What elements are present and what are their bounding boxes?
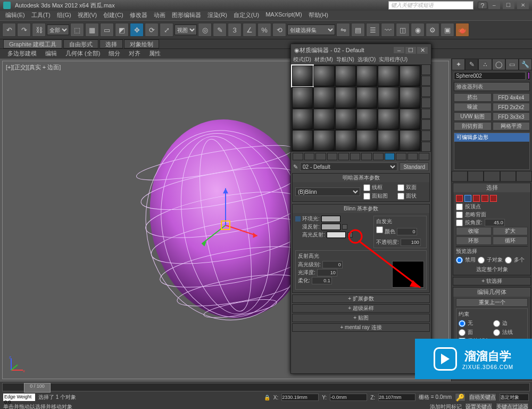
sample-slot[interactable] [356, 130, 377, 151]
sample-slot[interactable] [378, 130, 398, 151]
maximize-button[interactable]: ☐ [503, 2, 514, 9]
menu-maxscript[interactable]: MAXScript(M) [262, 11, 305, 20]
subtab-geo[interactable]: 几何体 (全部) [61, 49, 104, 59]
so-poly[interactable] [481, 195, 488, 202]
spec-level-spinner[interactable] [322, 261, 343, 268]
menu-group[interactable]: 组(G) [54, 11, 74, 20]
so-element[interactable] [490, 195, 497, 202]
add-time-tag[interactable]: 添加时间标记 [430, 403, 462, 409]
rect-select-button[interactable]: ▭ [100, 23, 114, 37]
undo-button[interactable]: ↶ [2, 23, 16, 37]
autokey-button[interactable]: 自动关键点 [469, 393, 496, 402]
loop-button[interactable]: 循环 [493, 236, 528, 245]
key-icon[interactable]: 🔑 [455, 393, 466, 402]
preview-icon[interactable] [421, 119, 431, 130]
so-border[interactable] [473, 195, 480, 202]
put-to-lib-icon[interactable] [361, 153, 372, 160]
coord-z[interactable] [378, 394, 415, 401]
schematic-button[interactable]: ◫ [396, 23, 410, 37]
move-button[interactable]: ✥ [130, 23, 144, 37]
sample-slot[interactable] [400, 87, 420, 108]
btn-mesh[interactable]: 网格平滑 [493, 122, 530, 130]
sample-slot[interactable] [292, 109, 313, 129]
sample-slot[interactable] [335, 130, 356, 151]
sample-slot[interactable] [335, 109, 356, 129]
sample-slot[interactable] [313, 109, 334, 129]
btn-uvw[interactable]: UVW 贴图 [454, 112, 492, 121]
render-button[interactable]: 🫖 [455, 23, 469, 37]
angle-snap-button[interactable]: ∠ [243, 23, 256, 37]
go-parent-icon[interactable] [408, 153, 418, 160]
time-slider[interactable]: 0 / 100 [2, 383, 530, 391]
sample-slot[interactable] [356, 66, 377, 86]
sample-slot[interactable] [356, 109, 377, 129]
redo-button[interactable]: ↷ [17, 23, 31, 37]
get-material-icon[interactable] [293, 153, 303, 160]
go-sibling-icon[interactable] [419, 153, 429, 160]
render-frame-button[interactable]: ▣ [440, 23, 454, 37]
snap-button[interactable]: 3 [228, 23, 242, 37]
sample-slot[interactable] [378, 109, 398, 129]
rollout-maps[interactable]: 贴图 [292, 314, 430, 322]
link-button[interactable]: ⛓ [32, 23, 46, 37]
constr-edge[interactable]: 边 [493, 320, 526, 327]
me-menu-mode[interactable]: 模式(D) [293, 56, 311, 64]
select-name-button[interactable]: ▦ [85, 23, 99, 37]
motion-tab[interactable]: ◯ [492, 59, 505, 70]
gloss-spinner[interactable] [317, 269, 337, 276]
selfillum-color-check[interactable]: 颜色 [376, 228, 417, 234]
sel-set-field[interactable] [500, 394, 529, 401]
render-setup-button[interactable]: ⚙ [426, 23, 439, 37]
make-unique-icon[interactable] [350, 153, 361, 160]
layers-button[interactable]: ☰ [366, 23, 380, 37]
time-cursor[interactable]: 0 / 100 [24, 383, 51, 392]
menu-edit[interactable]: 编辑(E) [2, 11, 28, 20]
preview-off[interactable]: 禁用 [456, 256, 476, 264]
btn-slice[interactable]: 剖切剪面 [454, 122, 492, 130]
angle-spinner[interactable] [485, 219, 505, 226]
ignore-backface-check[interactable]: 忽略背面 [456, 211, 528, 218]
btn-ffd2[interactable]: FFD 2x2x2 [493, 103, 530, 111]
make-copy-icon[interactable] [338, 153, 349, 160]
select-button[interactable]: ⬚ [70, 23, 84, 37]
repeat-last-button[interactable]: 重复上一个 [456, 298, 528, 307]
subtab-edit[interactable]: 编辑 [41, 49, 61, 59]
sample-slot[interactable] [313, 130, 334, 151]
spinner-snap-button[interactable]: ⟲ [272, 23, 286, 37]
me-menu-util[interactable]: 实用程序(U) [379, 56, 408, 64]
specular-map-button[interactable] [347, 232, 353, 238]
named-sel-set[interactable]: 创建选择集 [287, 24, 335, 35]
btn-extrude[interactable]: 挤出 [454, 93, 492, 102]
close-button[interactable]: ✕ [517, 2, 529, 9]
rollout-extended[interactable]: 扩展参数 [292, 295, 430, 303]
shader-dropdown[interactable]: (B)Blinn [295, 187, 360, 196]
object-color-swatch[interactable] [528, 72, 530, 79]
put-material-icon[interactable] [304, 153, 315, 160]
graphite-tab-main[interactable]: Graphite 建模工具 [3, 39, 62, 48]
meditor-min[interactable]: – [394, 47, 404, 53]
graphite-tab-paint[interactable]: 对象绘制 [124, 39, 159, 48]
graphite-tab-select[interactable]: 选择 [99, 39, 123, 48]
twosided-check[interactable]: 双面 [397, 184, 427, 191]
coord-y[interactable] [330, 394, 367, 401]
sample-slot[interactable] [400, 66, 420, 86]
select-by-mat-icon[interactable] [421, 142, 431, 152]
modifier-stack[interactable]: 可编辑多边形 [454, 133, 530, 170]
material-name-dropdown[interactable]: 02 - Default [300, 162, 397, 171]
me-menu-opt[interactable]: 选项(O) [358, 56, 376, 64]
percent-snap-button[interactable]: % [257, 23, 271, 37]
ring-button[interactable]: 环形 [456, 236, 492, 245]
facemap-check[interactable]: 面贴图 [363, 192, 393, 200]
window-cross-button[interactable]: ◩ [115, 23, 129, 37]
specular-swatch[interactable] [327, 232, 346, 238]
show-end-icon[interactable] [468, 171, 484, 182]
sample-slot[interactable] [292, 87, 313, 108]
keyfilter-button[interactable]: 关键点过滤器 [496, 403, 529, 409]
sample-slot[interactable] [313, 87, 334, 108]
wire-check[interactable]: 线框 [363, 184, 393, 191]
background-icon[interactable] [421, 86, 431, 97]
sample-slot[interactable] [400, 109, 420, 129]
soften-spinner[interactable] [312, 277, 332, 284]
menu-graph[interactable]: 图形编辑器 [169, 11, 204, 20]
show-in-vp-icon[interactable] [385, 153, 395, 160]
